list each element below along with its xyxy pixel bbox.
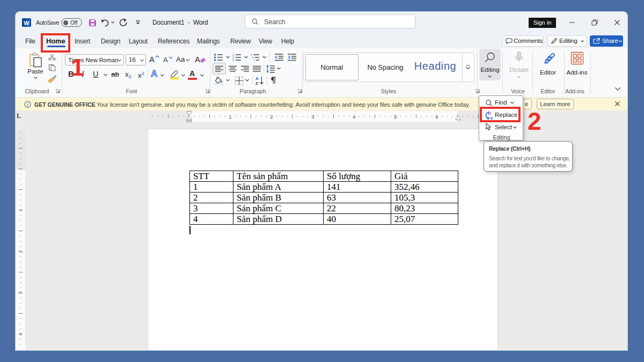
svg-text:4: 4 [17, 333, 23, 335]
svg-text:i: i [254, 58, 254, 61]
svg-text:W: W [24, 20, 30, 26]
svg-text:3: 3 [232, 58, 234, 61]
svg-text:3: 3 [311, 114, 314, 120]
svg-text:2: 2 [17, 250, 23, 253]
svg-text:1: 1 [17, 209, 23, 211]
svg-text:5: 5 [394, 114, 397, 120]
svg-text:6: 6 [435, 114, 438, 120]
svg-text:4: 4 [353, 114, 355, 120]
svg-text:Z: Z [255, 81, 258, 85]
svg-text:A: A [255, 76, 259, 81]
svg-text:3: 3 [17, 291, 23, 294]
svg-text:1: 1 [229, 114, 231, 120]
svg-text:2: 2 [270, 114, 273, 120]
